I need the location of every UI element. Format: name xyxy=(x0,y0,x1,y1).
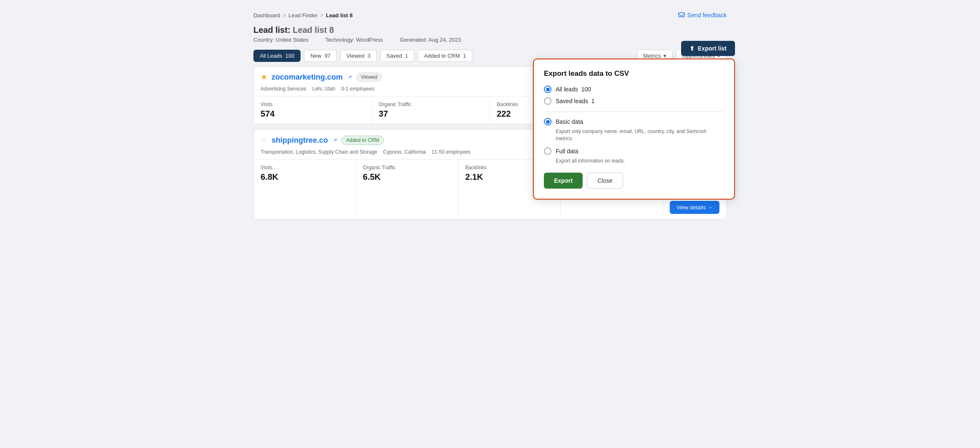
meta-generated: Generated: Aug 24, 2023 xyxy=(400,37,461,43)
metric-organic-1: Organic Traffic 37 xyxy=(372,96,490,124)
divider xyxy=(544,112,724,112)
metric-visits-1: Visits 574 xyxy=(254,96,372,124)
external-link-icon-2[interactable]: ↗ xyxy=(333,137,337,143)
send-feedback-label: Send feedback xyxy=(687,12,727,19)
export-top-bar: ⬆ Export list xyxy=(533,41,735,56)
basic-data-sublabel: Export only company name, email, URL, co… xyxy=(556,128,724,142)
radio-all-leads-circle xyxy=(544,85,551,93)
radio-full-data-circle xyxy=(544,147,551,155)
radio-basic-data[interactable]: Basic data xyxy=(544,118,724,125)
meta-technology: Technology: WordPress xyxy=(325,37,383,43)
radio-all-leads[interactable]: All leads 100 xyxy=(544,85,724,93)
view-details-button[interactable]: View details → xyxy=(670,201,719,214)
export-actions: Export Close xyxy=(544,173,724,189)
tab-added-to-crm[interactable]: Added to CRM 1 xyxy=(418,50,472,62)
full-data-sublabel: Export all information on leads. xyxy=(556,157,724,165)
star-icon-1[interactable]: ★ xyxy=(261,72,267,82)
meta-country: Country: United States xyxy=(253,37,309,43)
lead-category-1: Advertising Services xyxy=(261,86,306,92)
metric-visits-2: Visits 6.8K xyxy=(254,160,356,219)
badge-crm-2: Added to CRM xyxy=(341,136,384,145)
breadcrumb-dashboard[interactable]: Dashboard xyxy=(253,12,280,19)
page-title: Lead list: Lead list 8 xyxy=(253,25,727,35)
lead-options-group: All leads 100 Saved leads 1 xyxy=(544,85,724,105)
tab-viewed[interactable]: Viewed 3 xyxy=(340,50,377,62)
lead-employees-2: 11-50 employees xyxy=(431,149,470,155)
external-link-icon-1[interactable]: ↗ xyxy=(348,74,352,80)
close-button[interactable]: Close xyxy=(587,173,623,189)
message-icon xyxy=(678,12,685,19)
breadcrumb-sep-2: > xyxy=(320,12,324,19)
breadcrumb-lead-finder[interactable]: Lead Finder xyxy=(288,12,317,19)
radio-all-leads-label: All leads 100 xyxy=(556,86,591,93)
radio-basic-data-label: Basic data xyxy=(556,118,583,125)
main-content: ★ zocomarketing.com ↗ Viewed Advertising… xyxy=(245,66,735,219)
breadcrumb-sep-1: > xyxy=(283,12,286,19)
export-button[interactable]: Export xyxy=(544,173,583,189)
export-panel-title: Export leads data to CSV xyxy=(544,69,724,78)
metric-organic-2: Organic Traffic 6.5K xyxy=(356,160,458,219)
radio-full-data[interactable]: Full data xyxy=(544,147,724,155)
tab-new[interactable]: New 97 xyxy=(304,50,337,62)
lead-location-1: Lehi, Utah xyxy=(312,86,336,92)
export-panel: Export leads data to CSV All leads 100 S… xyxy=(533,59,735,200)
star-icon-2[interactable]: ☆ xyxy=(261,136,267,145)
radio-basic-data-circle xyxy=(544,118,551,125)
badge-viewed-1: Viewed xyxy=(356,72,382,82)
export-panel-wrapper: ⬆ Export list Export leads data to CSV A… xyxy=(533,41,735,200)
radio-full-data-label: Full data xyxy=(556,148,578,155)
breadcrumb: Dashboard > Lead Finder > Lead list 8 xyxy=(253,12,353,19)
data-options-group: Basic data Export only company name, ema… xyxy=(544,118,724,164)
radio-saved-leads-label: Saved leads 1 xyxy=(556,98,595,104)
tab-saved[interactable]: Saved 1 xyxy=(380,50,414,62)
export-list-icon: ⬆ xyxy=(690,45,695,52)
lead-category-2: Transportation, Logistics, Supply Chain … xyxy=(261,149,377,155)
lead-name-2[interactable]: shippingtree.co xyxy=(272,136,328,145)
export-list-label: Export list xyxy=(698,45,727,52)
breadcrumb-current: Lead list 8 xyxy=(326,12,353,19)
send-feedback-link[interactable]: Send feedback xyxy=(678,12,727,19)
lead-employees-1: 0-1 employees xyxy=(341,86,374,92)
tab-all-leads[interactable]: All Leads 100 xyxy=(253,50,301,62)
radio-saved-leads-circle xyxy=(544,97,551,105)
lead-name-1[interactable]: zocomarketing.com xyxy=(272,73,343,82)
radio-saved-leads[interactable]: Saved leads 1 xyxy=(544,97,724,105)
export-list-button[interactable]: ⬆ Export list xyxy=(681,41,735,56)
lead-location-2: Cypress, California xyxy=(383,149,426,155)
